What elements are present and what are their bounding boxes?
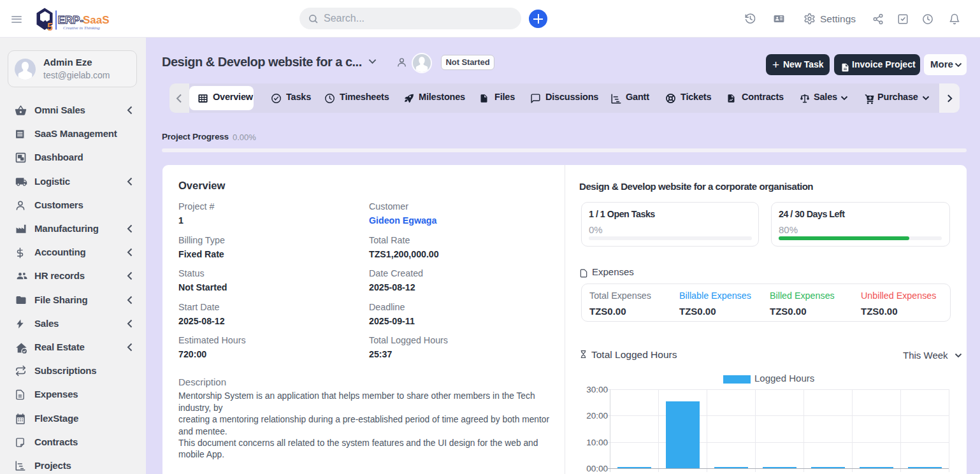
svg-text:Creative in Thinking: Creative in Thinking <box>63 25 100 31</box>
svg-text:ERP-: ERP- <box>58 14 84 26</box>
svg-text:SaaS: SaaS <box>83 14 110 26</box>
svg-text:5: 5 <box>47 22 53 32</box>
